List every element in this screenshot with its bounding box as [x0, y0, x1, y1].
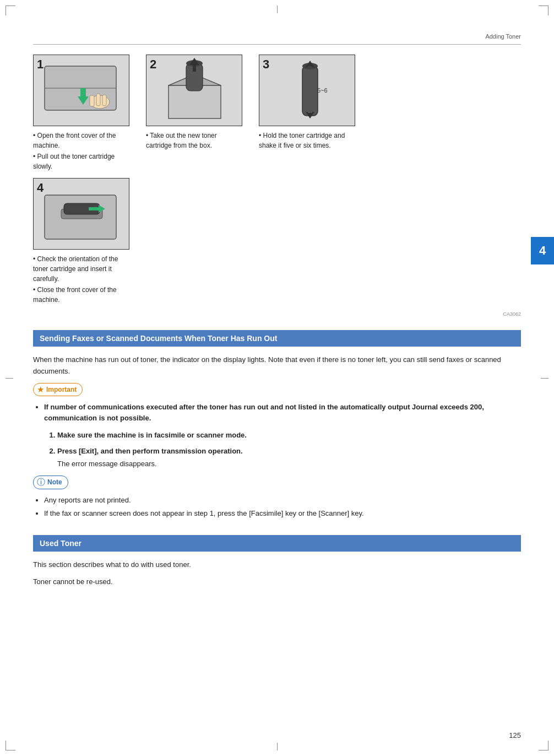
corner-mark-bl — [6, 741, 15, 750]
section-1-intro: When the machine has run out of toner, t… — [33, 354, 521, 377]
step-2-bullet-1: Take out the new toner cartridge from th… — [146, 131, 242, 150]
step-1-number: 1 — [37, 57, 44, 72]
step-1-image: 1 — [33, 55, 129, 126]
page: 4 Adding Toner 1 — [0, 0, 554, 756]
step-4-bullets: Check the orientation of the toner cartr… — [33, 254, 129, 306]
step-3-bullet-1: Hold the toner cartridge and shake it fi… — [259, 131, 355, 150]
right-center-mark — [541, 378, 548, 379]
step-2-svg — [146, 55, 242, 126]
svg-text:5~6: 5~6 — [317, 87, 328, 94]
page-header-section: Adding Toner — [33, 33, 521, 40]
step-2-image: 2 — [146, 55, 242, 126]
corner-mark-br — [539, 741, 548, 750]
note-bullet-2: If the fax or scanner screen does not ap… — [44, 508, 521, 520]
content-area: Adding Toner 1 — [33, 0, 521, 588]
numbered-step-1-text: Make sure the machine is in facsimile or… — [57, 431, 247, 439]
step-1-svg — [34, 55, 129, 126]
important-label: Important — [46, 386, 77, 393]
step-1-bullet-1: Open the front cover of the machine. — [33, 131, 129, 150]
step-block-2: 2 Take out the new toner cartridg — [146, 55, 242, 152]
header-rule — [33, 44, 521, 45]
note-icon: ⓘ — [37, 477, 45, 488]
step-4-number: 4 — [37, 181, 44, 195]
step-block-4: 4 Check the orientation of the to — [33, 178, 129, 306]
step-3-bullets: Hold the toner cartridge and shake it fi… — [259, 131, 355, 152]
numbered-step-1: Make sure the machine is in facsimile or… — [57, 430, 521, 441]
step-4-image: 4 — [33, 178, 129, 250]
section-2-body2: Toner cannot be re-used. — [33, 576, 521, 588]
numbered-step-2-subtext: The error message disappears. — [57, 458, 521, 470]
step-3-number: 3 — [263, 57, 269, 72]
important-bullet-list: If number of communications executed aft… — [44, 402, 521, 425]
note-bullet-list: Any reports are not printed. If the fax … — [44, 495, 521, 520]
section-2-heading-text: Used Toner — [40, 539, 82, 548]
section-2-body1: This section describes what to do with u… — [33, 559, 521, 571]
note-box: ⓘ Note — [33, 476, 68, 489]
steps-row-1-3: 1 — [33, 55, 521, 172]
numbered-step-2-text: Press [Exit], and then perform transmiss… — [57, 447, 243, 455]
important-icon: ★ — [37, 385, 44, 395]
numbered-steps-list: Make sure the machine is in facsimile or… — [44, 430, 521, 469]
step-3-image: 3 5~6 — [259, 55, 355, 126]
important-box: ★ Important — [33, 383, 83, 396]
left-center-mark — [6, 378, 13, 379]
chapter-tab: 4 — [531, 237, 554, 264]
svg-rect-15 — [302, 66, 318, 116]
numbered-step-2: Press [Exit], and then perform transmiss… — [57, 446, 521, 470]
corner-mark-tr — [539, 6, 548, 15]
svg-rect-4 — [90, 95, 94, 106]
step-block-3: 3 5~6 Hold the toner cartridge and — [259, 55, 355, 152]
step-2-bullets: Take out the new toner cartridge from th… — [146, 131, 242, 152]
top-center-mark — [277, 6, 278, 13]
corner-mark-tl — [6, 6, 15, 15]
page-header-text: Adding Toner — [485, 33, 521, 40]
step-3-svg: 5~6 — [259, 55, 355, 126]
important-bullet-1: If number of communications executed aft… — [44, 402, 521, 425]
step-1-bullet-2: Pull out the toner cartridge slowly. — [33, 152, 129, 171]
note-bullet-1: Any reports are not printed. — [44, 495, 521, 506]
step-4-svg — [34, 179, 129, 250]
step-4-bullet-1: Check the orientation of the toner cartr… — [33, 254, 129, 284]
step-1-bullets: Open the front cover of the machine. Pul… — [33, 131, 129, 172]
bottom-center-mark — [277, 743, 278, 750]
steps-row-4: 4 Check the orientation of the to — [33, 178, 521, 306]
section-1-heading: Sending Faxes or Scanned Documents When … — [33, 330, 521, 347]
section-2-heading: Used Toner — [33, 535, 521, 552]
svg-rect-5 — [96, 94, 100, 106]
svg-rect-6 — [102, 95, 106, 106]
page-number: 125 — [509, 731, 521, 739]
note-label: Note — [47, 478, 62, 486]
section-1-heading-text: Sending Faxes or Scanned Documents When … — [40, 334, 277, 343]
chapter-tab-number: 4 — [539, 244, 546, 258]
caption-code: CA3062 — [33, 311, 521, 317]
step-2-number: 2 — [150, 57, 156, 72]
step-block-1: 1 — [33, 55, 129, 172]
step-4-bullet-2: Close the front cover of the machine. — [33, 285, 129, 305]
